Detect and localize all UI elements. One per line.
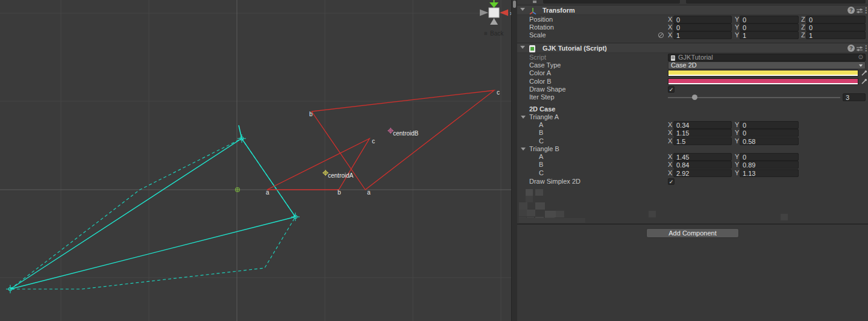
triangle-b-shape: a b c [309,89,500,196]
tb-c-x-field[interactable]: 2.92 [673,169,732,177]
tb-b-x-axis: X [668,161,672,169]
gizmo-down-cone[interactable] [490,18,498,25]
inspector-divider [517,223,868,225]
tb-c-x-axis: X [668,169,672,177]
gjk-foldout-icon[interactable] [520,46,525,49]
transform-menu-icon[interactable]: ⋮ [863,5,868,16]
scale-y-axis-label: Y [735,31,739,39]
ta-a-y-field[interactable]: 0 [740,121,799,129]
position-x-field[interactable]: 0 [673,16,732,23]
ta-b-y-axis: Y [735,129,739,137]
iter-step-value-field[interactable]: 3 [843,93,866,101]
tb-a-x-field[interactable]: 1.45 [673,153,732,161]
color-b-alpha-bar [668,83,858,84]
tag-field-sliver[interactable] [543,0,680,4]
centroid-a-marker: centroidA [322,170,354,179]
tb-c-y-field[interactable]: 1.13 [740,169,799,177]
transform-title: Transform [542,5,575,16]
script-object-value: GJKTutorial [678,54,713,61]
2d-case-section: 2D Case [517,105,868,113]
script-label: Script [529,54,546,61]
gjk-menu-icon[interactable]: ⋮ [863,43,868,54]
tb-b-x-field[interactable]: 0.84 [673,161,732,169]
color-b-row: Color B [517,78,868,86]
dropdown-arrow-icon [859,64,863,67]
triangle-b-vertex-c-label: c [497,89,500,96]
triangle-a-foldout-icon[interactable] [521,116,526,119]
scene-orientation-gizmo[interactable]: x ≡ Back [480,0,511,37]
tb-b-y-axis: Y [735,161,739,169]
draw-simplex-checkbox[interactable]: ✓ [668,178,675,185]
triangle-a-shape: a b c [266,138,375,196]
layer-field-sliver[interactable] [686,0,866,4]
tb-a-y-field[interactable]: 0 [740,153,799,161]
gizmo-menu-icon[interactable]: ≡ [484,30,488,37]
gizmo-center-cube[interactable] [489,8,499,17]
transform-foldout-icon[interactable] [520,8,525,11]
scene-scrollbar[interactable] [511,0,517,321]
position-label: Position [529,16,553,23]
triangle-b-foldout-icon[interactable] [521,148,526,151]
color-a-eyedropper-icon[interactable] [861,70,867,76]
object-picker-icon[interactable]: ⊙ [858,54,863,60]
origin-marker [235,187,240,192]
rotation-z-axis-label: Z [801,23,805,31]
gjk-script-header[interactable]: GJK Tutorial (Script) ? ⋮ [517,43,868,53]
gizmo-view-label[interactable]: Back [490,30,504,37]
ta-c-y-axis: Y [735,137,739,145]
script-file-icon [671,55,675,61]
rotation-y-field[interactable]: 0 [740,23,799,31]
triangle-b-vertex-b-label: b [309,111,313,117]
gjk-help-icon[interactable]: ? [848,45,855,52]
gizmo-y-cone[interactable] [489,2,498,8]
gizmo-left-cone[interactable] [480,10,488,16]
position-row: Position X 0 Y 0 Z 0 [517,16,868,23]
triangle-b-vertex-c-label: C [539,169,544,177]
scale-y-field[interactable]: 1 [740,31,799,39]
draw-shape-row: Draw Shape ✓ [517,86,868,93]
ta-c-y-field[interactable]: 0.58 [740,137,799,145]
rotation-z-field[interactable]: 0 [806,23,866,31]
draw-shape-checkbox[interactable]: ✓ [668,86,675,93]
transform-header[interactable]: Transform ? ⋮ [517,5,868,15]
scale-x-field[interactable]: 1 [673,31,732,39]
case-type-label: Case Type [529,61,561,69]
script-object-field[interactable]: GJKTutorial ⊙ [668,54,866,61]
triangle-a-foldout-row[interactable]: Triangle A [517,113,868,121]
rotation-x-field[interactable]: 0 [673,23,732,31]
simplex-triangle [6,125,300,293]
color-b-swatch[interactable] [668,78,858,85]
scale-link-icon[interactable] [658,32,664,39]
ta-c-x-field[interactable]: 1.5 [673,137,732,145]
position-z-field[interactable]: 0 [806,16,866,23]
rotation-x-axis-label: X [668,23,672,31]
label-sliver [533,1,536,3]
position-y-field[interactable]: 0 [740,16,799,23]
transform-help-icon[interactable]: ? [848,7,855,14]
triangle-a-vertex-a-label: A [539,121,543,129]
ta-b-x-field[interactable]: 1.15 [673,129,732,137]
color-b-eyedropper-icon[interactable] [861,78,867,85]
scale-z-field[interactable]: 1 [806,31,866,39]
scene-scrollbar-thumb[interactable] [513,1,516,8]
position-x-axis-label: X [668,16,672,23]
iter-step-slider-handle[interactable] [692,95,697,100]
tb-b-y-field[interactable]: 0.89 [740,161,799,169]
rotation-y-axis-label: Y [735,23,739,31]
triangle-a-vertex-b-row: B X 1.15 Y 0 [517,129,868,137]
scene-canvas: a b c a b c centroidA centroidB x ≡ Back [0,0,511,321]
triangle-a-vertex-c-label: C [539,137,544,145]
color-a-swatch[interactable] [668,70,858,76]
color-a-row: Color A [517,69,868,77]
centroid-b-marker: centroidB [388,128,419,137]
add-component-button[interactable]: Add Component [646,228,739,238]
triangle-b-vertex-b-label: B [539,161,543,169]
case-type-dropdown[interactable]: Case 2D [668,61,866,69]
triangle-b-foldout-row[interactable]: Triangle B [517,145,868,153]
ta-a-x-field[interactable]: 0.34 [673,121,732,129]
triangle-b-title: Triangle B [529,145,559,153]
triangle-a-vertex-c-row: C X 1.5 Y 0.58 [517,137,868,145]
unity-editor: { "icons": { "checkmark": "✓", "kebab": … [0,0,868,321]
ta-b-y-field[interactable]: 0 [740,129,799,137]
scene-view[interactable]: a b c a b c centroidA centroidB x ≡ Back [0,0,511,321]
